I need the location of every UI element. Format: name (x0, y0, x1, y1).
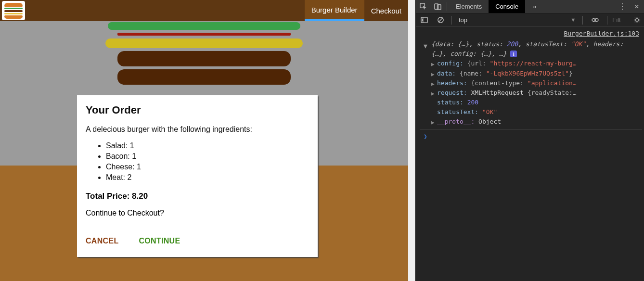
modal-lead: A delecious burger with the following in… (86, 125, 309, 134)
ingredient-line: Bacon: 1 (106, 151, 309, 162)
ingredient-line: Salad: 1 (106, 140, 309, 151)
logged-object-summary[interactable]: ▼ {data: {…}, status: 200, statusText: "… (420, 39, 642, 59)
svg-rect-3 (421, 17, 427, 23)
prop-status: status: 200 (420, 98, 642, 107)
console-toolbar: top ▼ (416, 13, 644, 27)
source-link[interactable]: BurgerBuilder.js:103 (420, 29, 639, 38)
prop-request[interactable]: ▶request: XMLHttpRequest {readyState:… (420, 88, 642, 98)
context-dropdown-icon[interactable]: ▼ (571, 17, 575, 23)
ingredient-list: Salad: 1Bacon: 1Cheese: 1Meat: 2 (106, 140, 309, 183)
filter-input[interactable] (612, 16, 627, 24)
settings-icon[interactable] (630, 13, 644, 26)
prop-proto[interactable]: ▶__proto__: Object (420, 117, 642, 127)
prop-data[interactable]: ▶data: {name: "-LqkbX96EpWHz7UQs5zl"} (420, 69, 642, 78)
checkout-question: Continue to Checkout? (86, 209, 309, 217)
kebab-menu-icon[interactable]: ⋮ (615, 2, 630, 11)
info-badge-icon[interactable]: i (510, 51, 517, 57)
console-prompt[interactable]: ❯ (420, 129, 642, 141)
order-summary-modal: Your Order A delecious burger with the f… (77, 95, 318, 257)
continue-button[interactable]: CONTINUE (139, 237, 180, 245)
device-toggle-icon[interactable] (430, 0, 445, 13)
tabs-overflow[interactable]: » (528, 3, 541, 10)
svg-line-6 (438, 18, 442, 22)
inspect-icon[interactable] (416, 0, 430, 13)
context-selector[interactable]: top (459, 16, 467, 24)
devtools-tabstrip: Elements Console » ⋮ ✕ (416, 0, 644, 13)
cancel-button[interactable]: CANCEL (86, 237, 118, 245)
modal-title: Your Order (86, 104, 309, 116)
clear-console-icon[interactable] (433, 13, 448, 26)
close-icon[interactable]: ✕ (630, 2, 644, 11)
live-expression-icon[interactable] (588, 13, 602, 26)
ingredient-line: Meat: 2 (106, 172, 309, 183)
svg-point-8 (594, 19, 596, 21)
ingredient-line: Cheese: 1 (106, 162, 309, 172)
tab-elements[interactable]: Elements (449, 0, 489, 13)
prop-statustext: statusText: "OK" (420, 107, 642, 117)
total-price: Total Price: 8.20 (86, 192, 309, 201)
prop-config[interactable]: ▶config: {url: "https://react-my-burg… (420, 59, 642, 68)
sidebar-toggle-icon[interactable] (417, 13, 431, 26)
svg-point-9 (635, 19, 638, 22)
tab-console[interactable]: Console (489, 0, 525, 13)
console-output: BurgerBuilder.js:103 ▼ {data: {…}, statu… (416, 27, 644, 281)
devtools-panel: Elements Console » ⋮ ✕ top ▼ BurgerBuild… (415, 0, 644, 281)
app-viewport: Burger Builder Checkout Your Order A del… (0, 0, 415, 281)
prop-headers[interactable]: ▶headers: {content-type: "application… (420, 78, 642, 88)
